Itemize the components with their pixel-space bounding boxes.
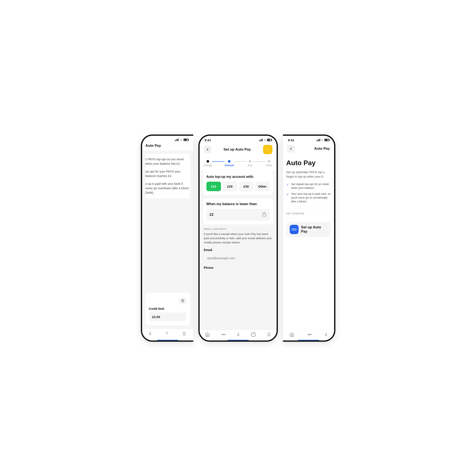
balance-value: £2 xyxy=(210,213,214,217)
nav-pound-right[interactable]: £ xyxy=(325,332,327,337)
autopay-description: Set up automatic PAYG top-u forget to to… xyxy=(286,170,331,179)
amount-btn-20[interactable]: £20 xyxy=(223,182,237,191)
status-icons-right: ≈ xyxy=(316,138,329,142)
lightning-icon: ⚡ xyxy=(265,147,270,152)
signal-icon-left xyxy=(175,138,178,141)
topup-card-title: Auto top-up my account with: xyxy=(206,175,270,179)
step-dot-amount xyxy=(228,160,231,163)
email-label: Email xyxy=(204,248,272,252)
receipt-section: NEED A RECEIPT? If you'd like a receipt … xyxy=(203,228,273,272)
setup-autopay-button[interactable]: Set up Auto Pay xyxy=(286,222,331,237)
step-amount: Amount xyxy=(224,160,234,167)
divider xyxy=(286,208,331,208)
amount-btn-other[interactable]: Other xyxy=(255,182,270,191)
check-item-2: ✓ Your auto top-up is paid card, so you'… xyxy=(286,192,331,204)
status-time-center: 9:41 xyxy=(205,138,211,142)
receipt-description: If you'd like a receipt when your Auto P… xyxy=(204,232,272,245)
wifi-icon-center: ≈ xyxy=(264,138,265,142)
checkmark-icon-2: ✓ xyxy=(286,192,289,196)
bottom-nav-center: £ ? ☰ xyxy=(200,330,277,340)
step-line-3 xyxy=(253,161,266,162)
nav-menu-left[interactable]: ☰ xyxy=(182,331,186,336)
svg-rect-0 xyxy=(263,214,266,216)
check-item-1: ✓ Set repeat top-ups for yo meter when y… xyxy=(286,182,331,190)
credit-limit-card: Credit limit £2.00 xyxy=(146,293,190,325)
nav-home-center[interactable] xyxy=(205,332,210,337)
credit-limit-value: £2.00 xyxy=(149,313,187,321)
step-label-pay: Pay xyxy=(248,164,252,167)
app-header-right: Auto Pay xyxy=(283,143,334,155)
back-button-center[interactable] xyxy=(204,146,211,153)
credit-limit-label: Credit limit xyxy=(149,307,187,310)
amount-options: £10 £20 £30 Other xyxy=(206,182,270,191)
step-pay: Pay xyxy=(247,160,253,167)
email-field-wrapper: Email xyxy=(204,248,272,263)
chart-nav-icon xyxy=(221,332,226,337)
step-label-energy: Energy xyxy=(204,164,212,167)
phones-wrapper: ≈ Auto Pay c PAYG top-ups so you never w… xyxy=(141,135,335,342)
phone-center: 9:41 ≈ xyxy=(198,135,278,342)
right-header-title: Auto Pay xyxy=(314,147,330,151)
menu-nav-icon: ☰ xyxy=(182,331,186,336)
chart-nav-icon-right xyxy=(307,332,312,337)
status-bar-left: ≈ xyxy=(142,136,193,143)
svg-point-8 xyxy=(311,334,311,335)
delete-icon[interactable] xyxy=(179,297,187,305)
check-text-1: Set repeat top-ups for yo meter when you… xyxy=(291,182,331,190)
left-page-title: Auto Pay xyxy=(146,144,161,148)
battery-icon-left xyxy=(184,138,188,141)
status-icons-center: ≈ xyxy=(259,138,271,142)
pound-nav-icon-right: £ xyxy=(325,332,327,337)
receipt-label: NEED A RECEIPT? xyxy=(204,228,272,230)
back-button-right[interactable] xyxy=(287,145,295,153)
left-header-bar: Auto Pay xyxy=(142,143,193,150)
app-header-center: Set up Auto Pay ⚡ xyxy=(200,143,277,157)
balance-input-row[interactable]: £2 xyxy=(206,209,270,221)
bottom-nav-left: £ ? ☰ xyxy=(142,329,193,340)
check-text-2: Your auto top-up is paid card, so you'll… xyxy=(291,192,331,204)
wifi-icon-right: ≈ xyxy=(322,138,323,142)
svg-point-7 xyxy=(309,334,310,335)
battery-icon-right xyxy=(324,139,329,141)
status-bar-center: 9:41 ≈ xyxy=(200,136,277,143)
email-input[interactable] xyxy=(204,253,272,263)
question-nav-icon-center: ? xyxy=(251,332,256,337)
nav-pound-left[interactable]: £ xyxy=(149,331,152,336)
step-done: Done xyxy=(266,160,272,167)
balance-card: When my balance is lower than: £2 xyxy=(203,198,273,224)
amount-btn-10[interactable]: £10 xyxy=(206,182,221,191)
checkmark-icon-1: ✓ xyxy=(286,183,289,187)
left-body-text-2: op-ups for your PAYG your balance reache… xyxy=(146,168,190,180)
nav-help-left[interactable]: ? xyxy=(166,331,168,336)
nav-help-center[interactable]: ? xyxy=(251,332,256,337)
left-content: c PAYG top-ups so you never when your ba… xyxy=(142,150,193,340)
step-line-2 xyxy=(234,161,247,162)
phone-left: ≈ Auto Pay c PAYG top-ups so you never w… xyxy=(141,135,193,342)
signal-icon-right xyxy=(316,139,320,141)
signal-icon-center xyxy=(259,139,263,141)
divider-2 xyxy=(286,218,331,219)
svg-point-1 xyxy=(222,334,223,335)
get-started-label: GET STARTED xyxy=(286,212,331,215)
step-dot-energy xyxy=(207,160,209,163)
step-label-done: Done xyxy=(266,164,272,167)
nav-menu-center[interactable]: ☰ xyxy=(267,332,271,337)
question-nav-icon: ? xyxy=(166,331,168,336)
svg-point-3 xyxy=(224,334,225,335)
scene: ≈ Auto Pay c PAYG top-ups so you never w… xyxy=(119,119,357,357)
amount-btn-30[interactable]: £30 xyxy=(239,182,254,191)
pound-nav-icon: £ xyxy=(149,331,152,336)
step-label-amount: Amount xyxy=(224,164,234,167)
nav-pound-center[interactable]: £ xyxy=(237,332,239,337)
home-nav-icon-right xyxy=(289,332,294,337)
svg-point-6 xyxy=(308,334,309,335)
svg-point-2 xyxy=(223,334,224,335)
nav-home-right[interactable] xyxy=(289,332,294,337)
action-button-center[interactable]: ⚡ xyxy=(263,145,272,154)
battery-icon-center xyxy=(267,139,272,141)
nav-chart-right[interactable] xyxy=(307,332,312,337)
infinity-icon xyxy=(290,225,299,234)
progress-steps: Energy Amount Pay Done xyxy=(200,157,277,171)
nav-chart-center[interactable] xyxy=(221,332,226,337)
right-content: Auto Pay Set up automatic PAYG top-u for… xyxy=(283,155,334,330)
